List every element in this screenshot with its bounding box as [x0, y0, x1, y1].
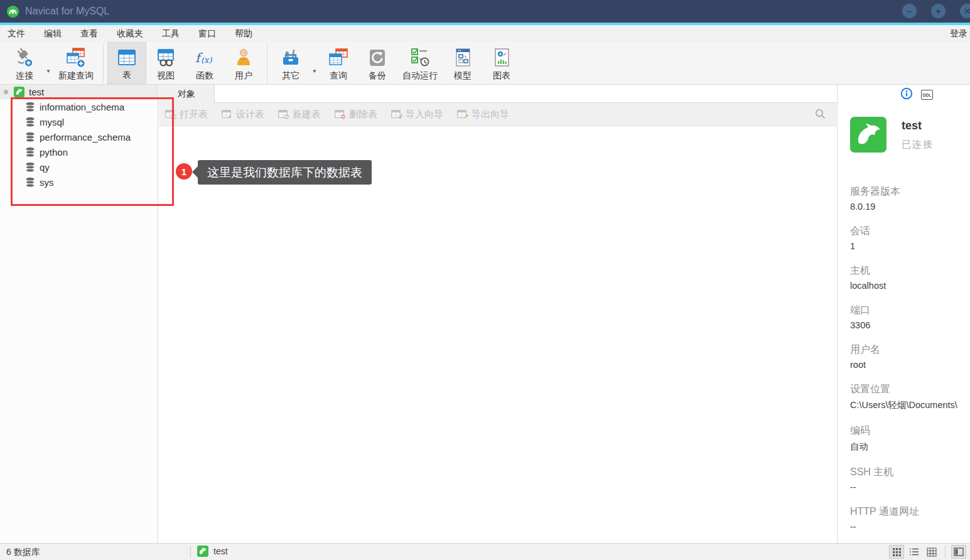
delete-table-icon — [335, 110, 346, 119]
toolbar-functions-label: 函数 — [196, 70, 213, 82]
field-label: 主机 — [850, 264, 970, 277]
annotation-step-badge: 1 — [176, 163, 192, 180]
navicat-window: Navicat for MySQL – + ✕ 文件 编辑 查看 收藏夹 工具 … — [0, 0, 970, 560]
menu-favorites[interactable]: 收藏夹 — [117, 28, 143, 40]
field-label: HTTP 通道网址 — [850, 505, 970, 519]
export-wizard-icon — [457, 110, 468, 119]
field-label: 用户名 — [850, 343, 970, 357]
connection-dolphin-icon — [14, 87, 24, 97]
field-label: 端口 — [850, 304, 970, 317]
statusbar-dolphin-icon — [197, 546, 208, 557]
design-table-button[interactable]: 设计表 — [222, 109, 264, 121]
toolbar-automation-button[interactable]: 自动运行 — [397, 42, 443, 84]
field-value: root — [850, 360, 970, 370]
field-label: 编码 — [850, 424, 970, 438]
search-icon[interactable] — [814, 108, 826, 122]
menu-window[interactable]: 窗口 — [198, 28, 216, 40]
design-table-label: 设计表 — [236, 109, 264, 121]
toolbar-model-label: 模型 — [454, 70, 472, 82]
connection-icon — [13, 46, 36, 69]
menu-bar: 文件 编辑 查看 收藏夹 工具 窗口 帮助 登录 — [0, 25, 970, 42]
main-toolbar: 连接 ▼ 新建查询 — [0, 42, 970, 85]
new-query-icon — [64, 46, 88, 69]
open-table-label: 打开表 — [180, 109, 208, 121]
model-icon — [452, 46, 473, 69]
export-wizard-button[interactable]: 导出向导 — [457, 109, 509, 121]
toolbar-new-query-label: 新建查询 — [58, 70, 94, 82]
toolbar-connection-button[interactable]: 连接 — [5, 42, 44, 84]
connection-properties: 服务器版本 8.0.19 会话 1 主机 localhost 端口 3306 用… — [850, 172, 970, 532]
charts-icon — [491, 46, 512, 69]
function-icon: f (x) — [193, 46, 217, 69]
others-dropdown-icon[interactable]: ▼ — [310, 42, 319, 84]
new-table-button[interactable]: 新建表 — [278, 109, 321, 121]
table-icon — [116, 46, 137, 68]
connection-name: test — [29, 87, 44, 97]
login-link[interactable]: 登录 — [950, 28, 967, 40]
navicat-logo-icon — [6, 5, 19, 18]
menu-tools[interactable]: 工具 — [162, 28, 180, 40]
field-value: -- — [850, 482, 970, 492]
toolbar-functions-button[interactable]: f (x) 函数 — [185, 42, 224, 84]
object-toolbar: 打开表 设计表 新建表 删除表 导入向导 导出向导 — [159, 103, 836, 126]
delete-table-button[interactable]: 删除表 — [335, 109, 377, 121]
toolbar-query-button[interactable]: 查询 — [319, 42, 358, 84]
grid-view-button[interactable] — [889, 545, 904, 559]
connection-dropdown-icon[interactable]: ▼ — [44, 42, 53, 84]
field-value: C:\Users\轻烟\Documents\ — [850, 399, 970, 411]
connection-dolphin-icon-large — [850, 117, 886, 153]
minimize-button[interactable]: – — [902, 4, 917, 18]
tab-strip: 对象 — [159, 85, 836, 103]
new-table-label: 新建表 — [293, 109, 321, 121]
toolbar-others-label: 其它 — [282, 70, 299, 82]
main-area: 对象 打开表 设计表 新建表 删除表 导入向导 — [159, 85, 836, 543]
export-wizard-label: 导出向导 — [472, 109, 509, 121]
maximize-button[interactable]: + — [931, 4, 946, 18]
toolbar-separator — [267, 43, 267, 83]
field-label: 设置位置 — [850, 383, 970, 396]
field-value: 自动 — [850, 441, 970, 453]
detail-view-button[interactable] — [924, 545, 939, 559]
toolbar-new-query-button[interactable]: 新建查询 — [53, 42, 99, 84]
title-bar: Navicat for MySQL – + ✕ — [0, 0, 970, 23]
toolbar-model-button[interactable]: 模型 — [443, 42, 482, 84]
import-wizard-icon — [391, 110, 402, 119]
toolbar-others-button[interactable]: 其它 — [271, 42, 310, 84]
info-panel-toggle-button[interactable] — [951, 545, 966, 559]
svg-text:(x): (x) — [201, 55, 212, 65]
field-value: -- — [850, 522, 970, 532]
view-icon — [155, 46, 176, 69]
list-view-button[interactable] — [907, 545, 922, 559]
menu-help[interactable]: 帮助 — [235, 28, 252, 40]
menu-file[interactable]: 文件 — [8, 28, 25, 40]
query-icon — [326, 46, 350, 69]
toolbar-backup-label: 备份 — [369, 70, 386, 82]
others-icon — [279, 46, 302, 69]
toolbar-charts-button[interactable]: 图表 — [482, 42, 521, 84]
toolbar-backup-button[interactable]: 备份 — [358, 42, 397, 84]
connection-status-dot — [4, 90, 8, 94]
toolbar-separator — [103, 43, 104, 83]
menu-edit[interactable]: 编辑 — [44, 28, 62, 40]
ddl-tab-icon[interactable]: DDL — [921, 90, 933, 100]
toolbar-automation-label: 自动运行 — [402, 70, 438, 82]
statusbar-separator — [945, 546, 946, 557]
toolbar-charts-label: 图表 — [493, 70, 510, 82]
toolbar-users-button[interactable]: 用户 — [224, 42, 263, 84]
toolbar-views-button[interactable]: 视图 — [146, 42, 185, 84]
close-button[interactable]: ✕ — [960, 4, 970, 18]
database-count: 6 数据库 — [6, 547, 40, 558]
toolbar-tables-button[interactable]: 表 — [107, 42, 146, 84]
design-table-icon — [222, 110, 233, 119]
annotation-highlight-box — [11, 97, 174, 206]
automation-icon — [409, 46, 431, 69]
info-tab-icon[interactable] — [900, 87, 913, 102]
toolbar-query-label: 查询 — [330, 70, 347, 82]
field-value: 8.0.19 — [850, 202, 970, 212]
statusbar-connection-name: test — [213, 546, 228, 556]
menu-view[interactable]: 查看 — [80, 28, 98, 40]
import-wizard-label: 导入向导 — [406, 109, 443, 121]
import-wizard-button[interactable]: 导入向导 — [391, 109, 443, 121]
delete-table-label: 删除表 — [349, 109, 377, 121]
field-label: 会话 — [850, 225, 970, 238]
